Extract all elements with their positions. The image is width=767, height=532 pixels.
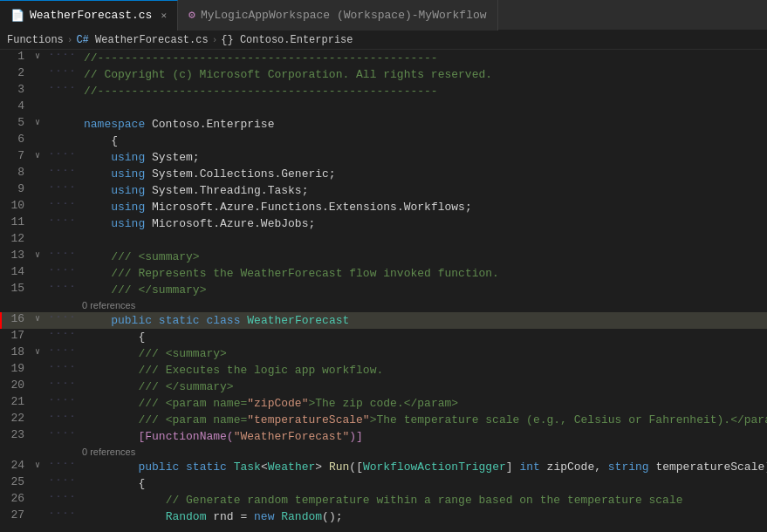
line-content: using System.Threading.Tasks; — [84, 182, 767, 199]
line-arrow — [35, 475, 49, 476]
line-arrow — [35, 166, 49, 167]
line-content: /// </summary> — [84, 379, 767, 395]
line-content: using Microsoft.Azure.WebJobs; — [84, 215, 767, 232]
line-dots: ···· — [49, 182, 84, 192]
code-line-19: 19 ···· /// Executes the logic app workf… — [0, 362, 767, 379]
tab-workflow[interactable]: ⚙ MyLogicAppWorkspace (Workspace)-MyWork… — [178, 0, 497, 31]
line-dots: ···· — [49, 215, 84, 225]
line-dots: ···· — [49, 199, 84, 208]
line-number: 22 — [2, 412, 35, 425]
line-dots: ···· — [49, 149, 84, 159]
line-dots: ···· — [49, 166, 84, 175]
tab-label: MyLogicAppWorkspace (Workspace)-MyWorkfl… — [201, 9, 487, 22]
line-content: //--------------------------------------… — [84, 83, 767, 99]
line-content: /// <param name="zipCode">The zip code.<… — [84, 395, 767, 412]
code-line-21: 21 ···· /// <param name="zipCode">The zi… — [0, 395, 767, 412]
code-line-7: 7 ∨ ···· using System; — [0, 149, 767, 166]
code-line-3: 3 ···· //-------------------------------… — [0, 83, 767, 99]
line-number: 5 — [2, 116, 35, 129]
line-number: 23 — [2, 428, 35, 441]
line-content: { — [84, 475, 767, 492]
line-arrow — [35, 428, 49, 429]
ref-hint-text-2: 0 references — [82, 447, 135, 457]
line-number: 20 — [2, 379, 35, 392]
breadcrumb: Functions › C# WeatherForecast.cs › {} C… — [0, 31, 767, 50]
line-content: using Microsoft.Azure.Functions.Extensio… — [84, 199, 767, 215]
line-content: /// <summary> — [84, 249, 767, 265]
code-line-15: 15 ···· /// </summary> — [0, 282, 767, 298]
line-dots: ···· — [49, 395, 84, 405]
code-line-6: 6 { — [0, 133, 767, 149]
code-line-1: 1 ∨ ···· //-----------------------------… — [0, 50, 767, 66]
line-number: 9 — [2, 182, 35, 195]
line-number: 8 — [2, 166, 35, 179]
line-dots: ···· — [49, 66, 84, 76]
line-dots: ···· — [49, 312, 84, 322]
line-number: 15 — [2, 282, 35, 295]
line-content: /// Executes the logic app workflow. — [84, 362, 767, 379]
line-number: 21 — [2, 395, 35, 408]
line-content: Random rnd = new Random(); — [84, 508, 767, 525]
line-dots: ···· — [49, 362, 84, 372]
code-line-9: 9 ···· using System.Threading.Tasks; — [0, 182, 767, 199]
code-line-8: 8 ···· using System.Collections.Generic; — [0, 166, 767, 182]
line-content: /// </summary> — [84, 282, 767, 298]
line-number: 14 — [2, 265, 35, 278]
code-line-22: 22 ···· /// <param name="temperatureScal… — [0, 412, 767, 428]
code-line-10: 10 ···· using Microsoft.Azure.Functions.… — [0, 199, 767, 215]
line-arrow — [35, 66, 49, 67]
ref-hint-23: 0 references — [0, 445, 767, 459]
line-arrow[interactable]: ∨ — [35, 149, 49, 160]
ref-hint-15: 0 references — [0, 298, 767, 312]
line-content: //--------------------------------------… — [84, 50, 767, 66]
line-dots: ···· — [49, 249, 84, 258]
line-dots: ···· — [49, 492, 84, 501]
code-line-18: 18 ∨ ···· /// <summary> — [0, 345, 767, 362]
tab-close-icon[interactable]: ✕ — [161, 10, 167, 21]
code-line-5: 5 ∨ namespace Contoso.Enterprise — [0, 116, 767, 133]
line-dots: ···· — [49, 412, 84, 421]
breadcrumb-item-file[interactable]: C# WeatherForecast.cs — [76, 34, 208, 46]
line-content: using System; — [84, 149, 767, 166]
line-content: public static class WeatherForecast — [84, 312, 767, 329]
line-arrow[interactable]: ∨ — [35, 116, 49, 127]
line-dots: ···· — [49, 508, 84, 518]
line-number: 12 — [2, 232, 35, 245]
line-arrow — [35, 379, 49, 379]
code-line-25: 25 ···· { — [0, 475, 767, 492]
breadcrumb-item-namespace: {} Contoso.Enterprise — [221, 34, 353, 46]
code-line-2: 2 ···· // Copyright (c) Microsoft Corpor… — [0, 66, 767, 83]
line-arrow[interactable]: ∨ — [35, 345, 49, 357]
code-line-24: 24 ∨ ···· public static Task<Weather> Ru… — [0, 459, 767, 475]
line-arrow — [35, 412, 49, 413]
line-arrow — [35, 508, 49, 509]
line-content: { — [84, 329, 767, 345]
code-line-13: 13 ∨ ···· /// <summary> — [0, 249, 767, 265]
line-content: namespace Contoso.Enterprise — [84, 116, 767, 133]
code-line-20: 20 ···· /// </summary> — [0, 379, 767, 395]
line-arrow[interactable]: ∨ — [35, 459, 49, 470]
file-icon: 📄 — [10, 9, 24, 23]
line-number: 13 — [2, 249, 35, 262]
line-arrow — [35, 232, 49, 233]
line-number: 2 — [2, 66, 35, 79]
line-number: 1 — [2, 50, 35, 63]
line-arrow — [35, 83, 49, 84]
line-content: /// Represents the WeatherForecast flow … — [84, 265, 767, 282]
line-arrow[interactable]: ∨ — [35, 50, 49, 61]
line-arrow[interactable]: ∨ — [35, 312, 49, 324]
line-dots: ···· — [49, 379, 84, 388]
tab-weatherforecast[interactable]: 📄 WeatherForecast.cs ✕ — [0, 0, 178, 31]
line-arrow — [35, 182, 49, 183]
line-arrow — [35, 362, 49, 363]
line-dots: ···· — [49, 345, 84, 355]
code-line-17: 17 ···· { — [0, 329, 767, 345]
line-arrow — [35, 215, 49, 216]
tab-bar: 📄 WeatherForecast.cs ✕ ⚙ MyLogicAppWorks… — [0, 0, 767, 31]
line-dots: ···· — [49, 475, 84, 485]
line-number: 24 — [2, 459, 35, 472]
breadcrumb-sep-2: › — [212, 35, 218, 45]
line-dots: ···· — [49, 329, 84, 338]
breadcrumb-item-functions[interactable]: Functions — [7, 34, 64, 46]
line-arrow[interactable]: ∨ — [35, 249, 49, 260]
